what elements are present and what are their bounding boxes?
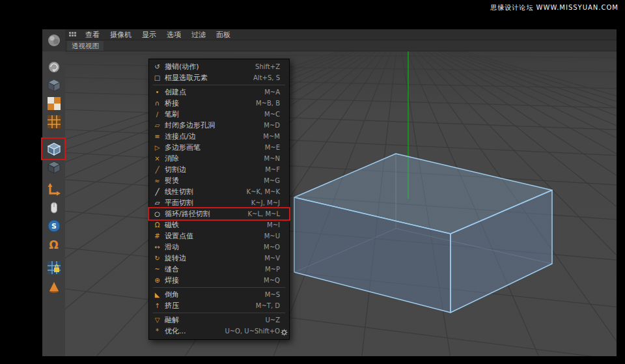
menu-item[interactable]: ▷ 多边形画笔 M~E (149, 142, 289, 153)
cube-faces (294, 154, 552, 313)
line-cut-icon: ╱ (152, 186, 162, 197)
menu-item[interactable]: ╱ 切割边 M~F (149, 164, 289, 175)
menu-item[interactable]: ∕ 笔刷 M~C (149, 109, 289, 120)
menu-item[interactable]: ↺ 撤销(动作) Shift+Z (149, 61, 289, 72)
menu-item[interactable]: ↻ 旋转边 M~V (149, 253, 289, 264)
magnet-tool-icon: Ω (152, 219, 162, 231)
cut-edge-icon: ╱ (152, 164, 162, 175)
cube-object[interactable] (294, 154, 552, 313)
plane-cut-icon: ▱ (152, 197, 162, 208)
mode-toolbar: S Ω (42, 51, 65, 356)
close-hole-icon: ▱ (152, 120, 162, 131)
menu-item[interactable]: ↔ 滑动 M~O (149, 242, 289, 253)
polygon-mode-icon[interactable] (45, 158, 62, 176)
bridge-icon: ∩ (152, 98, 162, 109)
menubar-item[interactable]: 选项 (161, 29, 186, 40)
menu-item[interactable]: × 消除 M~N (149, 153, 289, 164)
screenshot-root: 思缘设计论坛 WWW.MISSYUAN.COM 查看摄像机显示选项过滤面板 透视… (0, 0, 625, 364)
menubar-item[interactable]: 查看 (80, 29, 105, 40)
axis-mode-icon[interactable] (45, 180, 62, 198)
menu-separator (153, 85, 285, 85)
menu-item[interactable]: ▱ 平面切割 K~J, M~J (149, 197, 289, 208)
menu-item[interactable]: ◣ 倒角 M~S (149, 289, 289, 300)
weld-icon: ⊕ (152, 275, 162, 286)
menu-item[interactable]: * 优化... U~O, U~Shift+O (149, 326, 289, 337)
set-point-value-icon: # (152, 231, 162, 242)
menu-separator (153, 313, 285, 313)
app-corner-icon (42, 29, 65, 51)
bevel-icon: ◣ (152, 289, 162, 300)
panel-grip-icon[interactable] (69, 32, 77, 38)
watermark: 思缘设计论坛 WWW.MISSYUAN.COM (490, 3, 618, 12)
menu-separator (153, 287, 285, 288)
viewport-solo-icon[interactable] (45, 199, 62, 216)
menu-item[interactable]: ▱ 封闭多边形孔洞 M~D (149, 120, 289, 131)
menubar-item[interactable]: 过滤 (186, 29, 211, 40)
viewport-menubar: 查看摄像机显示选项过滤面板 (65, 29, 617, 40)
context-menu: ↺ 撤销(动作) Shift+Z □ 框显选取元素 Alt+S, S • 创建点… (148, 59, 290, 340)
optimize-icon: * (152, 326, 162, 337)
menu-item[interactable]: ⊕ 焊接 M~Q (149, 275, 289, 286)
sculpt-blob-icon (46, 33, 62, 48)
dissolve-icon: × (152, 153, 162, 164)
menu-item[interactable]: ≡ 连接点/边 M~M (149, 131, 289, 142)
create-point-icon: • (152, 87, 162, 98)
menu-item[interactable]: Ω 磁铁 M~I (149, 219, 289, 231)
texture-mode-icon[interactable] (45, 94, 62, 112)
polygon-pen-icon: ▷ (152, 142, 162, 153)
viewport-subheader: 透视视图 (65, 40, 617, 51)
brush-icon: ∕ (152, 109, 162, 120)
rotate-edge-icon: ↻ (152, 253, 162, 264)
menu-item[interactable]: ▽ 融解 U~Z (149, 315, 289, 326)
highlight-box-toolbar (41, 137, 66, 160)
workplane-mode-icon[interactable] (45, 113, 62, 130)
menu-item[interactable]: □ 框显选取元素 Alt+S, S (149, 72, 289, 83)
menu-item[interactable]: ~ 缝合 M~P (149, 264, 289, 275)
menubar-item[interactable]: 面板 (211, 29, 236, 40)
menu-item[interactable]: # 设置点值 M~U (149, 231, 289, 242)
loop-path-cut-icon: ○ (152, 208, 162, 219)
melt-icon: ▽ (152, 315, 162, 326)
undo-icon: ↺ (152, 61, 162, 72)
menu-item[interactable]: ∩ 桥接 M~B, B (149, 98, 289, 109)
magnet-icon[interactable]: Ω (45, 236, 62, 254)
menu-item[interactable]: • 创建点 M~A (149, 87, 289, 98)
connect-points-icon: ≡ (152, 131, 162, 142)
viewport-tab[interactable]: 透视视图 (67, 41, 104, 51)
rotate-tool-icon[interactable] (45, 278, 62, 296)
snap-icon[interactable]: S (45, 217, 62, 234)
menu-item[interactable]: ≈ 熨烫 M~G (149, 175, 289, 186)
iron-icon: ≈ (152, 175, 162, 186)
app-window: 查看摄像机显示选项过滤面板 透视视图 (42, 29, 617, 356)
svg-text:S: S (51, 222, 57, 231)
menubar-item[interactable]: 摄像机 (105, 29, 137, 40)
menubar-items: 查看摄像机显示选项过滤面板 (80, 29, 236, 40)
frame-selected-icon: □ (152, 72, 162, 83)
model-mode-icon[interactable] (45, 76, 62, 94)
menu-item[interactable]: ↑ 挤压 M~T, D (149, 300, 289, 311)
menu-item[interactable]: ╱ 线性切割 K~K, M~K (149, 186, 289, 197)
menu-item[interactable]: ○ 循环/路径切割 K~L, M~L (149, 208, 289, 219)
stitch-icon: ~ (152, 264, 162, 275)
make-editable-icon[interactable] (45, 58, 62, 76)
workplane-lock-icon[interactable] (45, 259, 62, 276)
menubar-item[interactable]: 显示 (137, 29, 161, 40)
slide-icon: ↔ (152, 242, 162, 253)
extrude-icon: ↑ (152, 300, 162, 311)
menu-settings-gear-icon[interactable] (281, 329, 288, 336)
